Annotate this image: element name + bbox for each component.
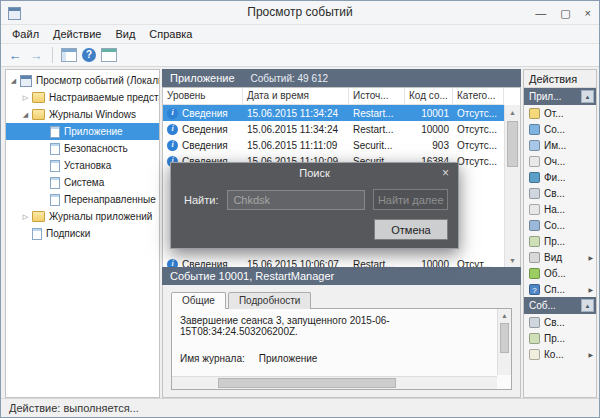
actions-section-label: Соб...	[529, 300, 556, 311]
event-row[interactable]: Сведения 15.06.2015 11:11:09 Securit... …	[163, 137, 504, 153]
event-details-header: Событие 10001, RestartManager	[162, 267, 521, 285]
column-header-level[interactable]: Уровень	[163, 88, 243, 104]
expander-icon[interactable]: ◢	[8, 77, 19, 85]
menu-file[interactable]: Файл	[5, 26, 46, 42]
view-icon	[529, 252, 540, 263]
submenu-arrow-icon: ▶	[588, 351, 593, 358]
action-item[interactable]: Оч...	[524, 153, 596, 169]
action-item-copy[interactable]: Ко...▶	[524, 346, 596, 362]
tree-item-subscriptions[interactable]: Подписки	[6, 225, 159, 242]
properties-window-icon[interactable]	[101, 48, 117, 62]
details-horizontal-scrollbar[interactable]	[172, 376, 497, 389]
scroll-down-icon[interactable]	[505, 253, 520, 268]
action-item-label: От...	[544, 108, 564, 119]
show-console-tree-icon[interactable]	[61, 48, 77, 62]
collapse-icon[interactable]: ▲	[581, 90, 594, 103]
maximize-button[interactable]: ▢	[560, 7, 570, 20]
find-next-button[interactable]: Найти далее	[373, 189, 448, 210]
action-item-label: Пр...	[544, 333, 565, 344]
tree-item-apps-services-logs[interactable]: ▷ Журналы приложений	[6, 208, 159, 225]
tree-item-label: Перенаправленные	[64, 194, 156, 205]
column-header-source[interactable]: Источ...	[349, 88, 405, 104]
tree-item-application[interactable]: Приложение	[6, 123, 159, 140]
information-icon	[167, 124, 178, 135]
expander-icon[interactable]: ◢	[20, 111, 31, 119]
log-icon	[50, 194, 60, 206]
scrollbar-thumb[interactable]	[507, 121, 518, 167]
events-count: Событий: 49 612	[251, 73, 329, 84]
collapse-icon[interactable]: ▲	[581, 299, 594, 312]
menu-view[interactable]: Вид	[108, 26, 142, 42]
create-custom-view-icon	[529, 124, 540, 135]
actions-section-application[interactable]: Прил... ▲	[524, 88, 596, 105]
action-item[interactable]: Фи...	[524, 169, 596, 185]
tree-root[interactable]: ◢ Просмотр событий (Локальный)	[6, 72, 159, 89]
event-source: Restart...	[349, 124, 405, 135]
expander-icon[interactable]: ▷	[20, 94, 31, 102]
scrollbar-thumb[interactable]	[500, 323, 509, 353]
event-source: Restart...	[349, 108, 405, 119]
refresh-icon	[529, 268, 540, 279]
menu-action[interactable]: Действие	[46, 26, 108, 42]
event-level: Сведения	[182, 124, 228, 135]
tree-item-security[interactable]: Безопасность	[6, 140, 159, 157]
close-button[interactable]: ×	[585, 7, 591, 19]
tree-item-setup[interactable]: Установка	[6, 157, 159, 174]
event-details-body: Общие Подробности Завершение сеанса 3, з…	[162, 285, 521, 398]
event-description: Завершение сеанса 3, запущенного 2015-06…	[180, 315, 489, 337]
cancel-button[interactable]: Отмена	[374, 219, 448, 240]
action-item[interactable]: От...	[524, 105, 596, 121]
tab-details[interactable]: Подробности	[228, 292, 311, 309]
action-item[interactable]: Пр...	[524, 330, 596, 346]
event-viewer-window: Просмотр событий — ▢ × Файл Действие Вид…	[0, 0, 600, 418]
expander-icon[interactable]: ▷	[20, 213, 31, 221]
scroll-up-icon[interactable]	[498, 309, 511, 322]
actions-title: Действия	[524, 70, 596, 88]
find-input[interactable]	[227, 190, 365, 210]
action-item-label: Пр...	[544, 236, 565, 247]
event-row[interactable]: Сведения 15.06.2015 11:34:24 Restart... …	[163, 121, 504, 137]
tab-general[interactable]: Общие	[171, 292, 226, 309]
action-item[interactable]: Св...	[524, 185, 596, 201]
action-item[interactable]: На...	[524, 201, 596, 217]
forward-arrow-icon[interactable]: →	[28, 47, 44, 63]
action-item-label: На...	[544, 204, 565, 215]
scroll-up-icon[interactable]	[505, 105, 520, 120]
action-item-label: Со...	[544, 220, 565, 231]
dialog-close-icon[interactable]: ×	[442, 163, 449, 184]
action-item-label: Об...	[544, 268, 566, 279]
back-arrow-icon[interactable]: ←	[7, 47, 23, 63]
event-row[interactable]: Сведения 15.06.2015 11:34:24 Restart... …	[163, 105, 504, 121]
menu-help[interactable]: Справка	[142, 26, 199, 42]
menu-bar: Файл Действие Вид Справка	[1, 25, 599, 44]
tree-item-label: Подписки	[46, 228, 90, 239]
actions-section-event[interactable]: Соб... ▲	[524, 297, 596, 314]
help-icon[interactable]	[82, 48, 96, 62]
status-text: Действие: выполняется...	[9, 402, 139, 414]
action-item[interactable]: Со...	[524, 217, 596, 233]
column-header-category[interactable]: Катего...	[453, 88, 504, 104]
action-item-help[interactable]: Сп...▶	[524, 281, 596, 297]
action-item[interactable]: Со...	[524, 121, 596, 137]
column-header-eventid[interactable]: Код со...	[405, 88, 453, 104]
tree-item-system[interactable]: Система	[6, 174, 159, 191]
action-item-view[interactable]: Вид▶	[524, 249, 596, 265]
action-item-label: Св...	[544, 188, 565, 199]
find-icon	[529, 204, 540, 215]
scrollbar-thumb[interactable]	[218, 378, 397, 388]
tree-item-windows-logs[interactable]: ◢ Журналы Windows	[6, 106, 159, 123]
events-scrollbar[interactable]	[504, 105, 520, 268]
tree-item-custom-views[interactable]: ▷ Настраиваемые представления	[6, 89, 159, 106]
properties-icon	[529, 188, 540, 199]
details-vertical-scrollbar[interactable]	[497, 309, 511, 375]
action-item[interactable]: Св...	[524, 314, 596, 330]
log-icon	[50, 160, 60, 172]
tree-item-forwarded-events[interactable]: Перенаправленные	[6, 191, 159, 208]
event-viewer-icon	[20, 75, 32, 87]
action-item[interactable]: Пр...	[524, 233, 596, 249]
minimize-button[interactable]: —	[535, 7, 546, 19]
action-item[interactable]: Об...	[524, 265, 596, 281]
column-header-datetime[interactable]: Дата и время	[243, 88, 349, 104]
action-item[interactable]: Им...	[524, 137, 596, 153]
log-name-label: Имя журнала:	[180, 353, 245, 364]
